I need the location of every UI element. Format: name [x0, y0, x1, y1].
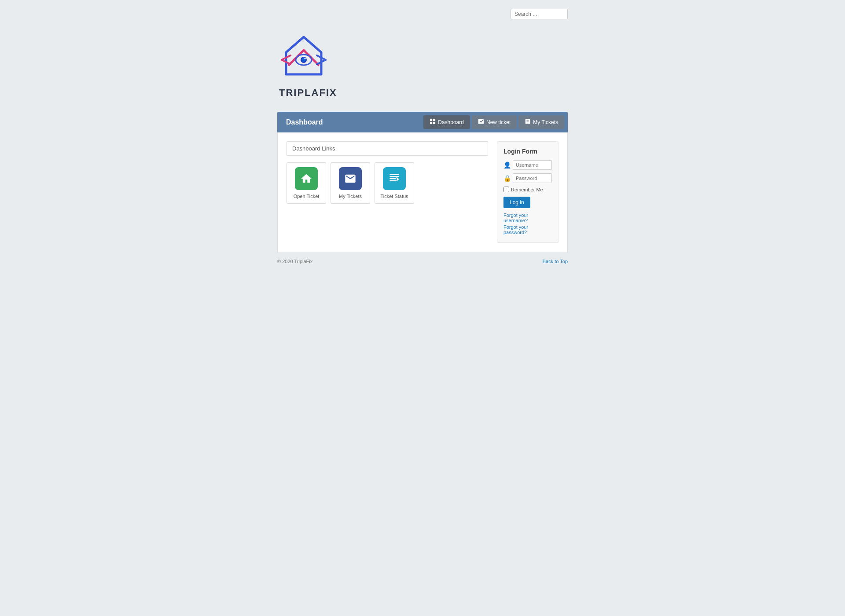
lock-icon: 🔒 [503, 175, 511, 182]
login-button[interactable]: Log in [503, 197, 530, 208]
user-icon: 👤 [503, 161, 511, 169]
forgot-username-link[interactable]: Forgot your username? [503, 213, 552, 223]
forgot-password-link[interactable]: Forgot your password? [503, 224, 552, 235]
main-content: Dashboard Links Open Ticket [277, 132, 568, 252]
dashboard-icon [430, 118, 436, 126]
svg-rect-8 [433, 122, 435, 124]
nav-new-ticket-button[interactable]: New ticket [472, 115, 517, 129]
username-input[interactable] [513, 160, 552, 170]
remember-me-label: Remember Me [511, 187, 543, 192]
svg-rect-7 [430, 122, 432, 124]
ticket-status-tile-label: Ticket Status [380, 194, 408, 199]
ticket-status-tile-icon [383, 167, 406, 190]
logo-text: TRIPLAFIX [279, 87, 337, 99]
nav-title: Dashboard [277, 112, 420, 132]
username-field-row: 👤 [503, 160, 552, 170]
remember-me-checkbox[interactable] [503, 187, 509, 192]
footer-copyright: © 2020 TriplaFix [277, 259, 312, 264]
svg-point-4 [304, 58, 306, 59]
logo-image [277, 33, 330, 85]
login-form-title: Login Form [503, 148, 552, 155]
open-ticket-tile-icon [295, 167, 318, 190]
ticket-status-tile[interactable]: Ticket Status [375, 162, 414, 204]
tiles-row: Open Ticket My Tickets [287, 162, 488, 204]
nav-dashboard-button[interactable]: Dashboard [423, 115, 470, 129]
nav-bar: Dashboard Dashboard New ticket My Ticket… [277, 112, 568, 132]
my-tickets-tile-label: My Tickets [339, 194, 362, 199]
my-tickets-icon [525, 118, 531, 126]
my-tickets-tile-icon [339, 167, 362, 190]
nav-buttons: Dashboard New ticket My Tickets [420, 112, 568, 132]
nav-my-tickets-button[interactable]: My Tickets [518, 115, 564, 129]
login-form-section: Login Form 👤 🔒 Remember Me Log in Forgot… [497, 141, 558, 243]
new-ticket-icon [478, 118, 484, 126]
password-field-row: 🔒 [503, 173, 552, 183]
open-ticket-tile-label: Open Ticket [294, 194, 320, 199]
search-input[interactable] [511, 9, 568, 19]
my-tickets-tile[interactable]: My Tickets [331, 162, 370, 204]
remember-me-row: Remember Me [503, 187, 552, 192]
open-ticket-tile[interactable]: Open Ticket [287, 162, 326, 204]
password-input[interactable] [513, 173, 552, 183]
svg-rect-6 [433, 119, 435, 121]
svg-rect-5 [430, 119, 432, 121]
back-to-top-link[interactable]: Back to Top [543, 259, 568, 264]
footer: © 2020 TriplaFix Back to Top [277, 252, 568, 264]
logo-area: TRIPLAFIX [277, 24, 568, 112]
dashboard-section: Dashboard Links Open Ticket [287, 141, 488, 243]
svg-marker-0 [286, 37, 321, 74]
dashboard-links-title: Dashboard Links [287, 141, 488, 156]
